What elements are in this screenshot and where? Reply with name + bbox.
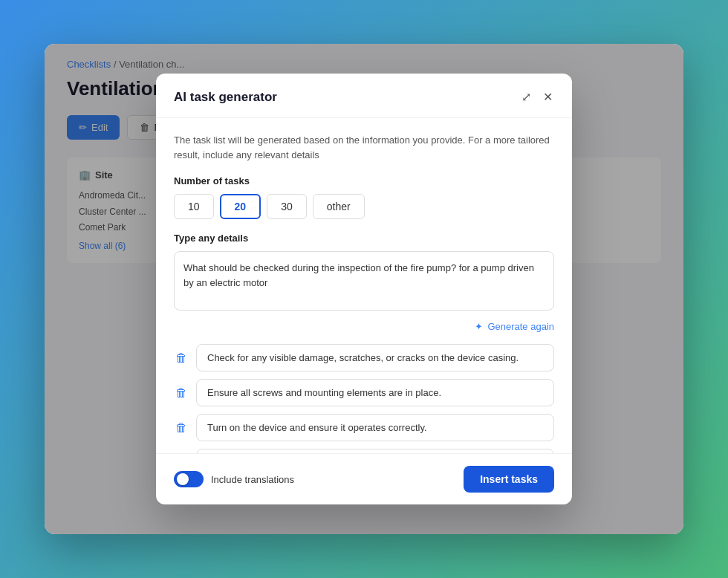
task-delete-button[interactable]: 🗑 [174, 420, 189, 436]
toggle-knob [177, 473, 189, 485]
generate-again-row: ✦ Generate again [174, 321, 554, 332]
close-icon: ✕ [543, 90, 553, 104]
modal-title: AI task generator [174, 90, 277, 105]
task-delete-button[interactable]: 🗑 [174, 350, 189, 366]
number-of-tasks-label: Number of tasks [174, 175, 554, 186]
number-option-10[interactable]: 10 [174, 194, 214, 219]
number-option-30[interactable]: 30 [267, 194, 307, 219]
number-option-20[interactable]: 20 [220, 194, 261, 219]
modal-header-actions: ⤢ ✕ [520, 88, 554, 105]
insert-tasks-button[interactable]: Insert tasks [464, 466, 554, 493]
translations-toggle: Include translations [174, 471, 294, 487]
task-item: 🗑 [174, 344, 554, 371]
task-input-1[interactable] [196, 344, 554, 371]
modal-body: The task list will be generated based on… [156, 118, 572, 453]
modal-overlay: AI task generator ⤢ ✕ The task list will… [45, 44, 683, 534]
number-options: 10 20 30 other [174, 194, 554, 219]
modal-header: AI task generator ⤢ ✕ [156, 74, 572, 118]
modal-footer: Include translations Insert tasks [156, 453, 572, 504]
sparkle-icon: ✦ [475, 321, 483, 332]
details-textarea[interactable]: What should be checked during the inspec… [174, 251, 554, 311]
task-item: 🗑 [174, 379, 554, 406]
generate-again-button[interactable]: ✦ Generate again [475, 321, 554, 332]
insert-tasks-label: Insert tasks [480, 473, 538, 485]
task-input-2[interactable] [196, 379, 554, 406]
task-list: 🗑 🗑 🗑 [174, 344, 554, 453]
close-button[interactable]: ✕ [542, 88, 554, 105]
trash-icon: 🗑 [175, 386, 187, 399]
expand-button[interactable]: ⤢ [520, 88, 533, 105]
generate-again-label: Generate again [487, 321, 554, 332]
trash-icon: 🗑 [175, 351, 187, 364]
ai-task-generator-modal: AI task generator ⤢ ✕ The task list will… [156, 74, 572, 504]
toggle-switch[interactable] [174, 471, 204, 487]
task-input-3[interactable] [196, 414, 554, 441]
trash-icon: 🗑 [175, 421, 187, 434]
number-option-other[interactable]: other [313, 194, 365, 219]
expand-icon: ⤢ [521, 90, 531, 104]
modal-description: The task list will be generated based on… [174, 133, 554, 162]
include-translations-label: Include translations [211, 474, 294, 485]
task-item: 🗑 [174, 414, 554, 441]
app-window: Checklists / Ventilation ch... Ventilati… [45, 44, 683, 534]
task-delete-button[interactable]: 🗑 [174, 385, 189, 401]
type-details-label: Type any details [174, 233, 554, 244]
